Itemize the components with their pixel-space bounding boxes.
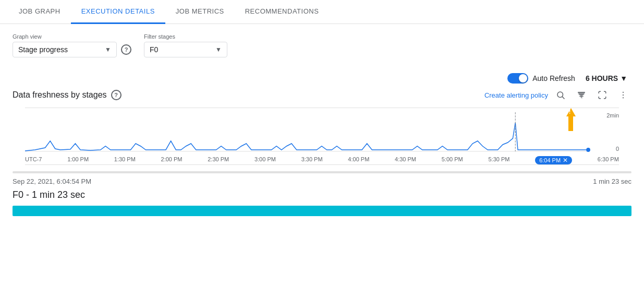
tab-recommendations[interactable]: RECOMMENDATIONS [235, 0, 330, 24]
create-alert-link[interactable]: Create alerting policy [484, 91, 548, 99]
svg-point-6 [623, 94, 624, 96]
x-label-430pm: 4:30 PM [395, 156, 416, 164]
x-label-1pm: 1:00 PM [67, 156, 89, 164]
search-icon-btn[interactable] [552, 87, 569, 103]
filter-icon-btn[interactable] [573, 87, 590, 103]
stage-progress-bar [13, 206, 631, 216]
time-range-chevron-icon: ▼ [620, 74, 627, 82]
chart-end-dot [586, 148, 590, 152]
filter-stages-group: Filter stages F0 ▼ [144, 33, 227, 57]
time-range-button[interactable]: 6 HOURS ▼ [581, 72, 631, 85]
x-label-4pm: 4:00 PM [348, 156, 369, 164]
auto-refresh-row: Auto Refresh 6 HOURS ▼ [0, 66, 644, 87]
alert-marker: ! [566, 108, 576, 131]
x-label-230pm: 2:30 PM [208, 156, 229, 164]
chart-svg [25, 112, 619, 154]
chart-y-max-label: 2min [606, 112, 619, 119]
selected-time-pill: 6:04 PM ✕ [535, 156, 572, 164]
info-panel-header: Sep 22, 2021, 6:04:54 PM 1 min 23 sec [13, 177, 631, 185]
info-duration: 1 min 23 sec [593, 177, 631, 185]
filter-stages-value: F0 [150, 45, 211, 54]
graph-view-value: Stage progress [18, 45, 101, 54]
tab-job-graph[interactable]: JOB GRAPH [8, 0, 71, 24]
svg-point-5 [623, 92, 624, 93]
fullscreen-icon-btn[interactable] [594, 87, 611, 103]
info-date: Sep 22, 2021, 6:04:54 PM [13, 177, 91, 185]
alert-bar [568, 116, 573, 131]
svg-point-0 [557, 92, 563, 98]
chart-actions: Create alerting policy [484, 87, 631, 103]
x-label-630pm: 6:30 PM [598, 156, 619, 164]
tab-execution-details[interactable]: EXECUTION DETAILS [71, 0, 165, 24]
x-label-selected[interactable]: 6:04 PM ✕ [535, 156, 572, 164]
chart-wrapper: 2min ! 0 UTC-7 1:00 PM 1:30 PM 2:00 PM [25, 108, 619, 165]
info-panel-progress-bar [13, 171, 631, 173]
controls-row: Graph view Stage progress ▼ ? Filter sta… [0, 24, 644, 66]
alert-triangle-icon: ! [566, 108, 576, 116]
filter-stages-label: Filter stages [144, 33, 227, 40]
chart-title-row: Data freshness by stages ? [13, 90, 121, 100]
x-label-3pm: 3:00 PM [254, 156, 276, 164]
chart-section: Data freshness by stages ? Create alerti… [0, 87, 644, 165]
graph-view-label: Graph view [13, 33, 131, 40]
x-axis: UTC-7 1:00 PM 1:30 PM 2:00 PM 2:30 PM 3:… [25, 154, 619, 164]
tab-bar: JOB GRAPH EXECUTION DETAILS JOB METRICS … [0, 0, 644, 24]
selected-time-label: 6:04 PM [539, 157, 561, 163]
x-label-2pm: 2:00 PM [161, 156, 183, 164]
info-stage-label: F0 - 1 min 23 sec [13, 189, 631, 200]
chart-y-min-label: 0 [616, 146, 619, 152]
x-label-5pm: 5:00 PM [442, 156, 463, 164]
filter-stages-chevron-icon: ▼ [215, 46, 222, 53]
graph-view-chevron-icon: ▼ [105, 46, 111, 53]
more-options-icon-btn[interactable] [615, 87, 631, 103]
tab-job-metrics[interactable]: JOB METRICS [165, 0, 235, 24]
x-label-530pm: 5:30 PM [488, 156, 509, 164]
chart-header: Data freshness by stages ? Create alerti… [13, 87, 631, 103]
time-range-label: 6 HOURS [586, 74, 618, 82]
graph-view-help-icon[interactable]: ? [121, 44, 131, 55]
close-icon[interactable]: ✕ [563, 157, 568, 164]
svg-line-1 [562, 97, 564, 99]
x-label-130pm: 1:30 PM [114, 156, 136, 164]
auto-refresh-toggle[interactable] [507, 73, 528, 84]
chart-title: Data freshness by stages [13, 90, 107, 100]
graph-view-group: Graph view Stage progress ▼ ? [13, 33, 131, 57]
info-panel: Sep 22, 2021, 6:04:54 PM 1 min 23 sec F0… [13, 171, 631, 216]
x-label-330pm: 3:30 PM [301, 156, 323, 164]
x-label-utc: UTC-7 [25, 156, 42, 164]
auto-refresh-label: Auto Refresh [532, 74, 575, 82]
graph-view-select[interactable]: Stage progress ▼ [13, 42, 117, 57]
chart-help-icon[interactable]: ? [111, 90, 121, 100]
filter-stages-select[interactable]: F0 ▼ [144, 42, 227, 57]
auto-refresh-toggle-wrapper: Auto Refresh [507, 73, 575, 84]
svg-point-7 [623, 97, 624, 98]
